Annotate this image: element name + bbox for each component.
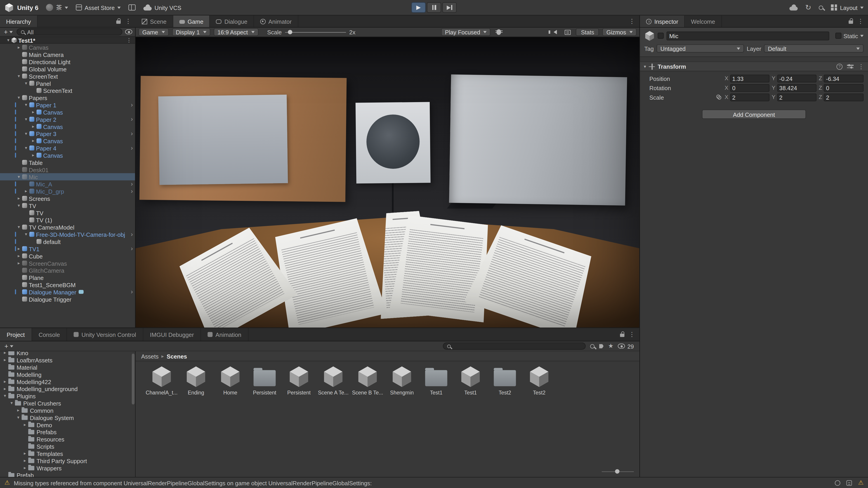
expand-toggle-icon[interactable]: ▸ [16, 260, 22, 265]
position-z-field[interactable] [824, 74, 864, 82]
hierarchy-row[interactable]: ▾Mic [0, 173, 135, 181]
tab-hierarchy[interactable]: Hierarchy [0, 15, 37, 27]
step-button[interactable] [442, 2, 457, 13]
project-tree-row[interactable]: ▸Kino [0, 351, 135, 356]
hierarchy-row[interactable]: ▾ScreenText [0, 72, 135, 80]
add-component-button[interactable]: Add Component [702, 109, 806, 119]
hierarchy-row[interactable]: Plane [0, 274, 135, 281]
project-tree-row[interactable]: Resources [0, 435, 135, 443]
hierarchy-row[interactable]: ▾Paper 3› [0, 130, 135, 137]
pause-button[interactable] [427, 2, 441, 13]
thumbnail-zoom-slider[interactable] [602, 468, 634, 474]
hierarchy-row[interactable]: Dialogue Trigger [0, 295, 135, 303]
asset-scene[interactable]: Persistent [282, 365, 316, 398]
asset-scene[interactable]: Test2 [522, 365, 556, 398]
expand-toggle-icon[interactable]: ▸ [23, 189, 29, 194]
hidden-packages-toggle[interactable]: 29 [618, 343, 634, 349]
expand-toggle-icon[interactable]: ▸ [22, 451, 28, 456]
display-target-dropdown[interactable]: Game [138, 29, 168, 36]
expand-toggle-icon[interactable]: ▾ [23, 102, 29, 107]
warning-count-icon[interactable]: ⚠ [858, 479, 864, 486]
open-prefab-chevron[interactable]: › [131, 131, 133, 137]
create-asset-button[interactable]: + [3, 342, 14, 350]
expand-toggle-icon[interactable]: ▾ [16, 203, 22, 208]
asset-scene[interactable]: Ending [179, 365, 213, 398]
project-tree-row[interactable]: Modelling [0, 371, 135, 378]
open-prefab-chevron[interactable]: › [131, 246, 133, 252]
hierarchy-row[interactable]: ▾Panel [0, 80, 135, 87]
scene-visibility-icon[interactable] [125, 29, 132, 34]
tab-imgui-debugger[interactable]: IMGUI Debugger [143, 328, 201, 341]
hierarchy-row[interactable]: Global Volume [0, 65, 135, 72]
slider-knob[interactable] [288, 30, 293, 34]
tab-welcome[interactable]: Welcome [685, 15, 722, 27]
expand-toggle-icon[interactable]: ▸ [16, 408, 21, 413]
asset-scene[interactable]: Shengmin [385, 365, 419, 398]
open-prefab-chevron[interactable]: › [131, 188, 133, 194]
position-y-field[interactable] [777, 74, 817, 82]
panel-menu-icon[interactable]: ⋮ [125, 18, 131, 25]
play-button[interactable] [411, 2, 426, 13]
hierarchy-row[interactable]: ▾Free-3D-Model-TV-Camera-for-obj› [0, 231, 135, 238]
game-viewport[interactable] [135, 37, 640, 328]
project-tree-row[interactable]: Prefab [0, 471, 135, 477]
panel-menu-icon[interactable]: ⋮ [629, 18, 635, 25]
link-scale-icon[interactable] [716, 95, 721, 100]
scale-y-field[interactable] [777, 93, 817, 101]
rotation-y-field[interactable] [777, 84, 817, 92]
static-control[interactable]: Static [835, 32, 864, 39]
presets-icon[interactable] [847, 64, 854, 69]
expand-toggle-icon[interactable]: ▾ [9, 400, 14, 405]
aspect-ratio-dropdown[interactable]: 16:9 Aspect [214, 29, 258, 36]
tab-unity-version-control[interactable]: Unity Version Control [67, 328, 143, 341]
hierarchy-row[interactable]: ▸Mic_D_grp› [0, 188, 135, 195]
search-by-label-icon[interactable] [599, 344, 604, 348]
hierarchy-row[interactable]: Directional Light [0, 58, 135, 65]
scene-options-icon[interactable]: ⋮ [126, 37, 131, 43]
tab-game[interactable]: Game [173, 15, 210, 27]
expand-toggle-icon[interactable]: ▸ [16, 45, 22, 50]
project-tree-row[interactable]: ▸LoafbrrAssets [0, 356, 135, 363]
expand-toggle-icon[interactable]: ▸ [22, 422, 28, 427]
asset-scene[interactable]: Scene A Te... [316, 365, 350, 398]
hierarchy-row[interactable]: ▸ScreenCanvas [0, 260, 135, 267]
expand-toggle-icon[interactable]: ▾ [23, 117, 29, 122]
add-gameobject-button[interactable]: + [3, 28, 14, 36]
expand-toggle-icon[interactable]: ▸ [16, 196, 22, 201]
slider-knob[interactable] [615, 469, 620, 474]
hierarchy-row[interactable]: ▸Screens [0, 195, 135, 202]
rotation-x-field[interactable] [730, 84, 770, 92]
asset-store-menu[interactable]: Asset Store [76, 4, 121, 11]
tab-animator[interactable]: Animator [254, 15, 298, 27]
project-tree-row[interactable]: ▾Dialogue System [0, 414, 135, 421]
asset-folder[interactable]: Persistent [248, 365, 282, 398]
expand-toggle-icon[interactable]: ▸ [16, 254, 22, 258]
window-panel-icon[interactable] [128, 4, 135, 11]
expand-toggle-icon[interactable]: ▾ [23, 232, 29, 237]
expand-toggle-icon[interactable]: ▸ [2, 379, 8, 384]
search-icon[interactable] [819, 5, 824, 10]
open-prefab-chevron[interactable]: › [131, 181, 133, 187]
hierarchy-row[interactable]: TV (1) [0, 217, 135, 224]
active-checkbox[interactable] [657, 33, 664, 39]
expand-toggle-icon[interactable]: ▾ [23, 131, 29, 136]
project-tree-row[interactable]: ▸Modelling_underground [0, 385, 135, 392]
open-prefab-chevron[interactable]: › [131, 116, 133, 122]
expand-toggle-icon[interactable]: ▾ [2, 393, 8, 398]
tab-project[interactable]: Project [0, 328, 32, 341]
expand-toggle-icon[interactable]: ▸ [2, 386, 8, 391]
scale-x-field[interactable] [730, 93, 770, 101]
tab-dialogue[interactable]: Dialogue [210, 15, 254, 27]
scale-z-field[interactable] [824, 93, 864, 101]
hierarchy-row[interactable]: ▸Canvas [0, 43, 135, 51]
rotation-z-field[interactable] [824, 84, 864, 92]
help-icon[interactable]: ? [836, 63, 842, 69]
asset-folder[interactable]: Test2 [488, 365, 522, 398]
layout-menu[interactable]: Layout [831, 4, 864, 11]
asset-scene[interactable]: Home [213, 365, 248, 398]
project-tree-row[interactable]: ▸Demo [0, 421, 135, 428]
position-x-field[interactable] [730, 74, 770, 82]
hierarchy-row[interactable]: GlitchCamera [0, 267, 135, 274]
save-search-icon[interactable]: ★ [608, 343, 614, 349]
project-tree-row[interactable]: Material [0, 363, 135, 371]
